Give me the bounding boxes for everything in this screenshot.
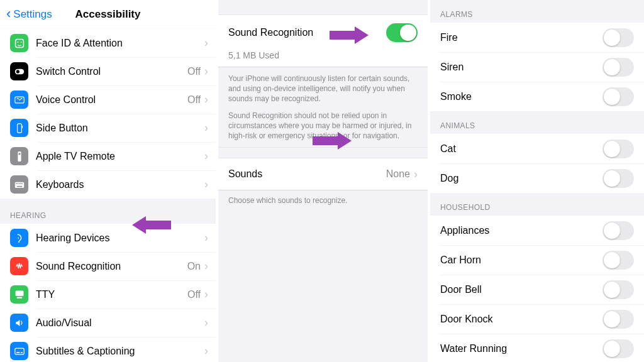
face-id-icon [10, 34, 28, 52]
sounds-row[interactable]: Sounds None › [218, 158, 428, 190]
chevron-right-icon: › [204, 231, 208, 244]
settings-row[interactable]: Voice ControlOff› [0, 85, 216, 114]
sound-toggle[interactable] [602, 339, 634, 358]
page-title: Accessibility [75, 8, 141, 21]
settings-row[interactable]: Subtitles & Captioning› [0, 337, 216, 362]
row-label: Hearing Devices [36, 233, 204, 244]
sound-toggle[interactable] [602, 169, 634, 188]
settings-row[interactable]: Switch ControlOff› [0, 57, 216, 85]
row-value: Off [187, 289, 201, 300]
settings-row[interactable]: Face ID & Attention› [0, 29, 216, 57]
svg-rect-16 [16, 185, 21, 187]
sound-toggle-row[interactable]: Cat [430, 134, 644, 163]
settings-row[interactable]: Apple TV Remote› [0, 142, 216, 170]
audio-visual-icon [10, 314, 28, 332]
chevron-right-icon: › [204, 150, 208, 163]
sound-name-label: Car Horn [440, 255, 602, 266]
svg-rect-18 [15, 290, 23, 295]
sound-recognition-detail-pane: Sound Recognition 5,1 MB Used Your iPhon… [218, 0, 428, 362]
accessibility-settings-pane: ‹ Settings Accessibility Face ID & Atten… [0, 0, 216, 362]
svg-rect-22 [20, 352, 22, 353]
sound-toggle[interactable] [602, 87, 634, 106]
row-value: Off [187, 94, 201, 106]
row-label: Voice Control [36, 94, 187, 106]
switch-control-icon [10, 62, 28, 80]
keyboards-icon [10, 175, 28, 194]
sound-toggle-row[interactable]: Fire [430, 23, 644, 52]
svg-rect-12 [17, 183, 18, 184]
chevron-right-icon: › [204, 93, 208, 106]
row-label: Face ID & Attention [36, 38, 204, 49]
sound-toggle-row[interactable]: Siren [430, 52, 644, 82]
settings-row[interactable]: TTYOff› [0, 280, 216, 309]
svg-rect-13 [18, 183, 19, 184]
row-label: Side Button [36, 123, 204, 134]
sound-toggle[interactable] [602, 221, 634, 240]
row-label: Apple TV Remote [36, 151, 204, 162]
sound-toggle-row[interactable]: Smoke [430, 82, 644, 111]
sound-toggle-row[interactable]: Door Knock [430, 304, 644, 334]
sound-recognition-toggle-row[interactable]: Sound Recognition [218, 15, 428, 50]
row-label: Sound Recognition [36, 261, 187, 272]
chevron-right-icon: › [204, 121, 208, 134]
section-header: HOUSEHOLD [430, 193, 644, 216]
voice-control-icon [10, 90, 28, 109]
svg-point-9 [18, 153, 20, 155]
chevron-right-icon: › [204, 344, 208, 358]
pane2-header-pad [218, 0, 428, 15]
svg-rect-15 [21, 183, 23, 184]
sound-toggle[interactable] [602, 140, 634, 158]
hearing-devices-icon [10, 229, 28, 247]
back-button[interactable]: ‹ Settings [6, 8, 52, 21]
svg-point-1 [17, 41, 18, 43]
sound-name-label: Door Bell [440, 284, 602, 295]
sound-name-label: Appliances [440, 225, 602, 236]
svg-point-2 [20, 41, 21, 43]
sound-recognition-toggle[interactable] [386, 23, 418, 42]
settings-row[interactable]: Hearing Devices› [0, 224, 216, 252]
sound-toggle-row[interactable]: Appliances [430, 216, 644, 245]
sound-name-label: Dog [440, 173, 602, 184]
side-button-icon [10, 119, 28, 137]
settings-row[interactable]: Audio/Visual› [0, 309, 216, 337]
chevron-right-icon: › [204, 178, 208, 191]
apple-tv-remote-icon [10, 147, 28, 165]
chevron-right-icon: › [204, 65, 208, 78]
sound-recognition-toggle-label: Sound Recognition [228, 27, 386, 38]
row-label: Switch Control [36, 66, 187, 77]
svg-rect-6 [17, 123, 21, 132]
nav-header: ‹ Settings Accessibility [0, 0, 216, 29]
sound-recognition-icon [10, 257, 28, 275]
hearing-section: Hearing Devices›Sound RecognitionOn›TTYO… [0, 224, 216, 362]
sound-toggle-row[interactable]: Water Running [430, 334, 644, 362]
sound-toggle[interactable] [602, 28, 634, 47]
chevron-right-icon: › [204, 260, 208, 273]
settings-row[interactable]: Side Button› [0, 114, 216, 142]
sound-name-label: Siren [440, 62, 602, 73]
settings-row[interactable]: Keyboards› [0, 170, 216, 199]
sounds-value: None [386, 168, 410, 180]
settings-row[interactable]: Sound RecognitionOn› [0, 252, 216, 280]
svg-rect-0 [15, 39, 23, 47]
row-label: Subtitles & Captioning [36, 346, 204, 357]
svg-rect-7 [21, 125, 22, 128]
section-header: ANIMALS [430, 111, 644, 134]
sound-toggle-row[interactable]: Car Horn [430, 245, 644, 275]
back-label: Settings [13, 8, 52, 21]
sound-toggle-row[interactable]: Door Bell [430, 275, 644, 304]
sound-toggle[interactable] [602, 251, 634, 270]
sound-toggle-row[interactable]: Dog [430, 163, 644, 193]
chevron-right-icon: › [414, 168, 418, 181]
row-label: Keyboards [36, 179, 204, 190]
section-header: ALARMS [430, 0, 644, 23]
sound-toggle[interactable] [602, 310, 634, 329]
sound-name-label: Door Knock [440, 314, 602, 325]
chevron-right-icon: › [204, 288, 208, 301]
sound-toggle[interactable] [602, 280, 634, 299]
sounds-footer: Choose which sounds to recognize. [218, 190, 428, 212]
sound-name-label: Fire [440, 32, 602, 43]
storage-used-label: 5,1 MB Used [218, 50, 428, 67]
chevron-right-icon: › [204, 36, 208, 50]
top-section: Face ID & Attention›Switch ControlOff›Vo… [0, 29, 216, 199]
sound-toggle[interactable] [602, 58, 634, 77]
